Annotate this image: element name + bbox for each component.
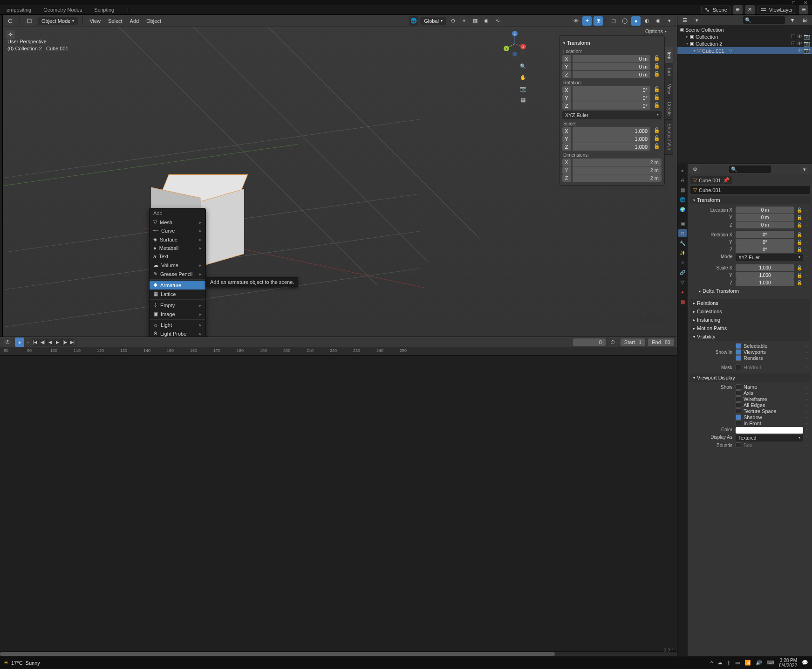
n-transform-header[interactable]: ▾Transform (562, 39, 662, 47)
selectable-checkbox[interactable] (736, 343, 741, 349)
visibility-icon[interactable]: 👁 (571, 16, 580, 26)
n-tab-tool[interactable]: Tool (665, 63, 673, 80)
xray-icon[interactable]: ▢ (609, 16, 618, 26)
render-icon[interactable]: 📷 (804, 48, 810, 54)
lock-icon[interactable]: 🔓 (652, 127, 662, 135)
pivot-icon[interactable]: ⊙ (448, 16, 457, 26)
add-light[interactable]: ☼Light▸ (150, 321, 205, 329)
chevron-up-icon[interactable]: ^ (710, 660, 713, 666)
tree-cube-001[interactable]: ▸ ▽ Cube.001 ▽ 👁📷 (677, 47, 812, 54)
exclude-icon[interactable]: ☑ (791, 41, 796, 47)
tab-scene[interactable]: 🌐 (678, 195, 687, 204)
timeline-scrollbar[interactable] (0, 651, 677, 656)
overlay-toggle-icon[interactable]: ⊞ (594, 16, 603, 26)
prop-scale-z[interactable]: 1.000 (736, 279, 794, 286)
jump-end-icon[interactable]: ▶| (69, 338, 76, 346)
onedrive-icon[interactable]: ☁ (717, 660, 723, 666)
properties-options-icon[interactable]: ▾ (800, 165, 809, 174)
tab-render[interactable]: ▸ (678, 166, 687, 174)
n-tab-shortcut[interactable]: Shortcut VUr (665, 120, 673, 154)
workspace-tab-compositing[interactable]: ompositing (4, 6, 34, 14)
lock-icon[interactable]: 🔓 (796, 280, 803, 285)
lock-icon[interactable]: 🔓 (652, 102, 662, 110)
rot-y-value[interactable]: 0° (573, 94, 650, 102)
timeline-ruler[interactable]: 8090100110120130140150160170180190200210… (0, 347, 677, 356)
scene-delete-icon[interactable]: ✕ (745, 5, 755, 14)
options-dropdown[interactable]: Options▾ (641, 27, 671, 35)
proportional-type-icon[interactable]: ∿ (493, 16, 502, 26)
loc-y-axis[interactable]: Y (562, 63, 571, 70)
timeline-body[interactable] (0, 356, 677, 651)
add-image[interactable]: ▣Image▸ (150, 310, 205, 318)
tab-collection[interactable]: ▣ (678, 219, 687, 228)
add-surface[interactable]: ◈Surface▸ (150, 235, 205, 244)
render-icon[interactable]: 📷 (804, 34, 810, 40)
tree-collection[interactable]: ▸ ▣ Collection ☐👁📷 (677, 33, 812, 40)
eye-icon[interactable]: 👁 (797, 48, 802, 54)
add-lattice[interactable]: ▦Lattice (150, 290, 205, 298)
tab-viewlayer[interactable]: ▦ (678, 186, 687, 194)
lock-icon[interactable]: 🔓 (796, 247, 803, 252)
scale-x-axis[interactable]: X (562, 127, 571, 135)
lock-icon[interactable]: 🔓 (796, 273, 803, 278)
exclude-icon[interactable]: ☐ (791, 34, 796, 40)
prop-rot-x[interactable]: 0° (736, 231, 794, 238)
viewports-checkbox[interactable] (736, 349, 741, 355)
lock-icon[interactable]: 🔓 (796, 240, 803, 245)
loc-y-value[interactable]: 0 m (573, 63, 650, 70)
current-frame-field[interactable]: 0 (573, 338, 606, 346)
eye-icon[interactable]: 👁 (797, 41, 802, 47)
tab-world[interactable]: 🌍 (678, 205, 687, 214)
section-viewport-display[interactable]: ▾Viewport Display (690, 373, 810, 382)
tree-collection-2[interactable]: ▾ ▣ Collection 2 ☑👁📷 (677, 40, 812, 47)
lock-icon[interactable]: 🔓 (652, 143, 662, 151)
menu-view[interactable]: View (88, 17, 102, 25)
shading-dropdown-icon[interactable]: ▾ (665, 16, 674, 26)
rot-x-value[interactable]: 0° (573, 86, 650, 94)
loc-x-axis[interactable]: X (562, 55, 571, 62)
rot-x-axis[interactable]: X (562, 86, 571, 94)
screen-icon[interactable]: ▭ (735, 660, 740, 666)
add-armature[interactable]: ✱Armature (150, 281, 205, 290)
viewport-canvas[interactable]: ✛ User Perspective (0) Collection 2 | Cu… (3, 27, 677, 337)
keyframe-next-icon[interactable]: |▶ (61, 338, 69, 346)
tab-object[interactable]: □ (678, 229, 687, 237)
rotation-mode-selector[interactable]: XYZ Euler▾ (562, 111, 662, 119)
orientation-selector[interactable]: Global▾ (420, 17, 446, 25)
bluetooth-icon[interactable]: ᛒ (727, 660, 730, 666)
orbit-gizmo[interactable]: Z Y X (502, 31, 528, 57)
lock-icon[interactable]: 🔓 (652, 63, 662, 70)
menu-add[interactable]: Add (128, 17, 141, 25)
add-empty[interactable]: ⊹Empty▸ (150, 301, 205, 310)
jump-start-icon[interactable]: |◀ (32, 338, 39, 346)
eye-icon[interactable]: 👁 (797, 34, 802, 40)
workspace-tab-scripting[interactable]: Scripting (91, 6, 117, 14)
section-instancing[interactable]: ▸Instancing (690, 316, 810, 324)
properties-search[interactable]: 🔍 (729, 166, 771, 173)
workspace-tab-add[interactable]: + (123, 6, 132, 14)
loc-x-value[interactable]: 0 m (573, 55, 650, 62)
pin-icon[interactable]: 📌 (723, 177, 730, 183)
section-motion-paths[interactable]: ▸Motion Paths (690, 324, 810, 332)
scene-selector[interactable]: Scene (701, 6, 730, 14)
n-tab-view[interactable]: View (665, 80, 673, 98)
object-name-field[interactable]: ▽Cube.001 (690, 186, 810, 194)
dim-y-value[interactable]: 2 m (573, 166, 662, 174)
gizmo-toggle-icon[interactable]: ✦ (582, 16, 592, 26)
play-icon[interactable]: ▶ (54, 338, 61, 346)
orientation-icon[interactable]: 🌐 (409, 16, 418, 26)
prop-scale-y[interactable]: 1.000 (736, 272, 794, 279)
clock[interactable]: 3:28 PM 8/4/2022 (779, 658, 797, 668)
lock-icon[interactable]: 🔓 (652, 135, 662, 143)
display-as-dropdown[interactable]: Textured▾ (736, 435, 803, 441)
checkbox[interactable] (736, 384, 741, 390)
lock-icon[interactable]: 🔓 (796, 222, 803, 228)
add-metaball[interactable]: ●Metaball▸ (150, 244, 205, 252)
viewlayer-selector[interactable]: ViewLayer (757, 6, 796, 14)
n-tab-item[interactable]: Item (665, 47, 673, 63)
snap-type-icon[interactable]: ▦ (471, 16, 480, 26)
lock-icon[interactable]: 🔓 (652, 86, 662, 94)
rot-z-value[interactable]: 0° (573, 102, 650, 110)
outliner-filter-icon[interactable]: ▼ (788, 15, 797, 25)
prop-loc-z[interactable]: 0 m (736, 221, 794, 228)
